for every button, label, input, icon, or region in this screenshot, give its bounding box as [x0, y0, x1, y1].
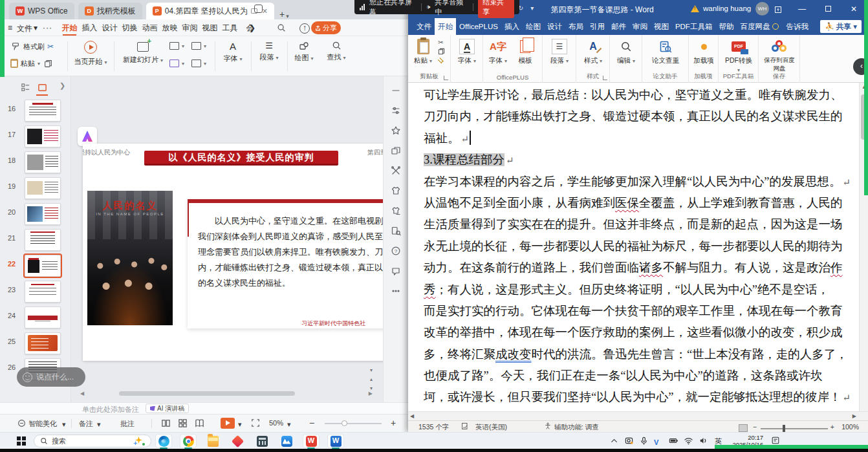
slideshow-play-button[interactable]: [221, 418, 235, 429]
template-button[interactable]: 模板: [514, 38, 536, 65]
clipboard-mini-buttons[interactable]: ✂: [438, 39, 445, 64]
slide-thumbnail-image[interactable]: [25, 151, 61, 173]
tab-list-caret-icon[interactable]: ▾: [286, 13, 289, 19]
slide-thumbnail-image[interactable]: [25, 100, 61, 122]
slide-thumbnail[interactable]: 21: [0, 228, 71, 253]
zoom-percentage[interactable]: 100%: [841, 423, 859, 431]
layout-button[interactable]: ▾: [169, 42, 184, 50]
design-button[interactable]: ▾: [169, 59, 184, 67]
import-button[interactable]: ▾: [191, 42, 206, 50]
copy-icon[interactable]: [438, 48, 445, 55]
new-tab-button[interactable]: +: [279, 9, 285, 19]
font-button[interactable]: A 字体 ▾: [457, 38, 477, 65]
section-button[interactable]: ▾: [191, 59, 206, 67]
wps-menu-item[interactable]: 审阅: [180, 19, 200, 36]
wifi-icon[interactable]: [684, 436, 694, 446]
bookfind-icon[interactable]: [391, 226, 402, 237]
ribbon-tab-文件[interactable]: 文件: [413, 18, 435, 35]
slide-title-banner[interactable]: 以《人民的名义》接受人民的审判: [144, 151, 338, 166]
scroll-left-icon[interactable]: ◀: [80, 391, 84, 396]
more-icon[interactable]: [391, 286, 402, 297]
star-icon[interactable]: [391, 125, 402, 136]
beautify-caret-icon[interactable]: ▾: [62, 420, 66, 429]
close-tab-icon[interactable]: ✕: [262, 7, 268, 16]
wps-menu-item[interactable]: 插入: [80, 19, 100, 36]
collapse-panel-chevron-icon[interactable]: ❯: [60, 81, 65, 90]
slide-thumbnail-image[interactable]: [25, 281, 61, 303]
recorder-icon[interactable]: [624, 436, 635, 446]
language-status[interactable]: 英语(美国): [475, 423, 507, 432]
wps-menu-item[interactable]: 开始: [60, 19, 80, 36]
upload-icon[interactable]: ↑: [299, 23, 310, 34]
word-horizontal-scrollbar[interactable]: ◀ ▶: [408, 411, 868, 420]
slide-thumbnail[interactable]: 22: [0, 253, 71, 279]
ribbon-tab-帮助[interactable]: 帮助: [715, 18, 737, 35]
ribbon-tab-审阅[interactable]: 审阅: [629, 18, 651, 35]
slide-text-box[interactable]: 以人民为中心，坚守道义之重。在这部电视剧中，我们深刻体会到人民即道义的真谛，感受…: [188, 199, 383, 328]
close-button[interactable]: ✕: [843, 0, 865, 18]
ribbon-display-options-icon[interactable]: [767, 0, 789, 18]
beautify-label[interactable]: 智能美化: [28, 419, 57, 429]
help-icon[interactable]: ?: [391, 246, 402, 257]
zoom-out-button[interactable]: −: [309, 418, 314, 428]
proofing-icon[interactable]: [461, 422, 469, 430]
wps-menu-item[interactable]: 设计: [100, 19, 120, 36]
zoom-slider-handle[interactable]: [342, 420, 347, 426]
slide-thumbnail-image[interactable]: [25, 255, 61, 277]
ribbon-tab-引用[interactable]: 引用: [587, 18, 608, 35]
meeting-taskbar-icon[interactable]: [278, 434, 295, 448]
slide-horizontal-scrollbar[interactable]: ◀ ▶: [80, 391, 378, 397]
ribbon-tab-绘图[interactable]: 绘图: [523, 18, 544, 35]
ribbon-tab-OfficePLUS[interactable]: OfficePLUS: [456, 18, 501, 35]
switch-icon[interactable]: [391, 145, 402, 156]
slide-thumbnail[interactable]: 19: [0, 176, 71, 202]
tab-wps-office[interactable]: W WPS Office: [9, 3, 74, 19]
file-caret-icon[interactable]: ▾: [34, 23, 38, 32]
ribbon-tab-开始[interactable]: 开始: [435, 18, 456, 35]
pdf-convert-button[interactable]: PDF PDF转换 ▾: [724, 38, 754, 73]
slide-thumbnail[interactable]: 17: [0, 124, 71, 150]
clipboard-dialog-launcher[interactable]: [444, 76, 448, 80]
ribbon-tab-插入[interactable]: 插入: [501, 18, 523, 35]
normal-view-icon[interactable]: [161, 418, 171, 428]
ribbon-tab-视图[interactable]: 视图: [651, 18, 672, 35]
zoom-slider-handle[interactable]: [783, 425, 785, 432]
zoom-in-button[interactable]: +: [830, 423, 834, 431]
sign-icon[interactable]: [391, 206, 402, 217]
battery-icon[interactable]: [669, 436, 679, 446]
comments-toggle[interactable]: 批注: [120, 419, 135, 429]
wps-menu-item[interactable]: 放映: [160, 19, 180, 36]
paper-check-button[interactable]: 论文查重: [647, 38, 684, 65]
chevron-up-icon[interactable]: [609, 436, 620, 446]
addin-button[interactable]: 加载项: [693, 38, 714, 65]
zoom-value[interactable]: 50%: [269, 419, 283, 427]
end-share-button[interactable]: 结束共享: [478, 0, 514, 18]
word-count[interactable]: 1535 个字: [418, 423, 449, 432]
paragraph-button[interactable]: ☰ 段落 ▾: [256, 41, 282, 62]
slide-canvas[interactable]: 坚持以人民为中心 第四章 坚持 以《人民的名义》接受人民的审判 人民的名义 IN…: [83, 144, 383, 361]
reading-view-icon[interactable]: [195, 418, 204, 428]
slide-view-icon[interactable]: [38, 83, 47, 92]
copilot-sparkle-icon[interactable]: [133, 436, 145, 446]
multi-window-icon[interactable]: [254, 5, 263, 13]
slide-thumbnail[interactable]: 23: [0, 279, 71, 305]
notes-placeholder[interactable]: 单击此处添加备注: [82, 405, 139, 414]
scroll-left-icon[interactable]: ◀: [410, 413, 414, 419]
slide-edit-area[interactable]: 坚持以人民为中心 第四章 坚持 以《人民的名义》接受人民的审判 人民的名义 IN…: [71, 76, 383, 402]
new-slide-button[interactable]: 新建幻灯片 ▾: [120, 42, 166, 65]
word-share-button[interactable]: ⛹ 共享 ▾: [820, 20, 862, 33]
start-button[interactable]: [17, 436, 26, 446]
ribbon-tab-布局[interactable]: 布局: [565, 18, 587, 35]
format-painter-button[interactable]: 格式刷 ✂: [10, 41, 54, 52]
accessibility-status[interactable]: 辅助功能: 调查: [554, 423, 599, 432]
wps-share-button[interactable]: 分享: [311, 21, 341, 34]
minimize-button[interactable]: —: [791, 0, 813, 18]
wps-menu-item[interactable]: 工具: [220, 19, 240, 36]
draw-button[interactable]: 绘图 ▾: [291, 41, 317, 63]
calculator-taskbar-icon[interactable]: [254, 434, 270, 448]
notes-caret-icon[interactable]: ▾: [97, 420, 101, 429]
comment-icon[interactable]: [391, 266, 402, 277]
copy-icon[interactable]: [43, 58, 53, 69]
notes-toggle[interactable]: 备注: [79, 419, 93, 429]
skin-icon[interactable]: [391, 186, 402, 197]
